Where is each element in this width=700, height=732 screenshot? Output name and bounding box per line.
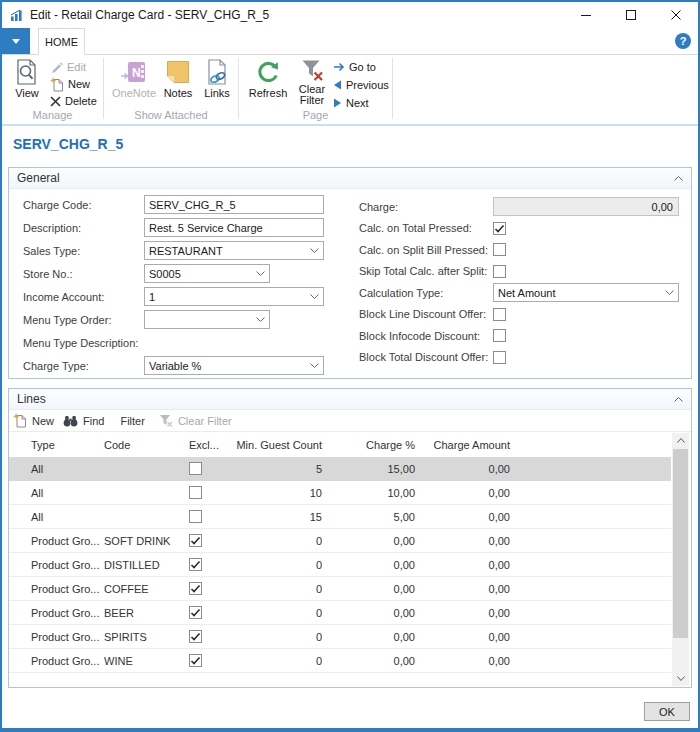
notes-button[interactable]: Notes <box>160 57 196 99</box>
scroll-down-icon[interactable] <box>672 671 689 686</box>
close-button[interactable] <box>653 2 698 28</box>
onenote-button[interactable]: N OneNote <box>110 57 158 99</box>
refresh-button[interactable]: Refresh <box>245 57 291 99</box>
block-infocode-discount-checkbox[interactable] <box>493 329 506 342</box>
column-header-type[interactable]: Type <box>9 439 104 451</box>
block-infocode-discount-row: Block Infocode Discount: <box>359 326 679 345</box>
general-fasttab-header[interactable]: General <box>9 168 691 189</box>
maximize-button[interactable] <box>608 2 653 28</box>
lines-clear-filter-button[interactable]: Clear Filter <box>159 414 232 427</box>
view-button[interactable]: View <box>8 57 46 99</box>
table-row[interactable]: Product Gro... BEER 0 0,00 0,00 <box>9 601 671 625</box>
lines-filter-button[interactable]: Filter <box>120 415 144 427</box>
scroll-up-icon[interactable] <box>672 433 689 448</box>
page-title: SERV_CHG_R_5 <box>13 136 123 152</box>
minimize-button[interactable] <box>563 2 608 28</box>
block-total-discount-label: Block Total Discount Offer: <box>359 351 493 363</box>
app-chart-icon <box>10 9 23 22</box>
excl-checkbox[interactable] <box>189 534 202 547</box>
column-header-charge-pct[interactable]: Charge % <box>322 439 415 451</box>
collapse-chevron-up-icon[interactable] <box>674 397 683 402</box>
sales-type-select[interactable]: RESTAURANT <box>144 241 324 260</box>
previous-button[interactable]: Previous <box>333 77 389 93</box>
excl-checkbox[interactable] <box>189 582 202 595</box>
store-no-value: S0005 <box>149 268 181 280</box>
table-row[interactable]: Product Gro... SOFT DRINK 0 0,00 0,00 <box>9 529 671 553</box>
income-account-value: 1 <box>149 291 155 303</box>
clear-filter-icon <box>300 57 324 83</box>
income-account-select[interactable]: 1 <box>144 287 324 306</box>
vertical-scrollbar[interactable] <box>672 433 689 686</box>
lines-table-header: Type Code Excl... Min. Guest Count Charg… <box>9 433 671 457</box>
table-row[interactable]: Product Gro... SPIRITS 0 0,00 0,00 <box>9 625 671 649</box>
charge-code-row: Charge Code: <box>23 195 324 214</box>
skip-total-calc-checkbox[interactable] <box>493 265 506 278</box>
calculation-type-select[interactable]: Net Amount <box>493 283 679 302</box>
next-label: Next <box>346 97 369 109</box>
next-triangle-icon <box>333 98 342 108</box>
table-row[interactable]: All 5 15,00 0,00 <box>9 457 671 481</box>
table-row[interactable]: All 10 10,00 0,00 <box>9 481 671 505</box>
menu-type-order-select[interactable] <box>144 310 270 329</box>
links-label: Links <box>204 88 230 99</box>
table-row[interactable]: All 15 5,00 0,00 <box>9 505 671 529</box>
help-button[interactable]: ? <box>675 33 691 49</box>
excl-checkbox[interactable] <box>189 558 202 571</box>
column-header-min-guest-count[interactable]: Min. Guest Count <box>229 439 322 451</box>
excl-checkbox[interactable] <box>189 510 202 523</box>
delete-x-icon <box>50 96 61 107</box>
collapse-chevron-up-icon[interactable] <box>674 176 683 181</box>
charge-field-disabled: 0,00 <box>493 197 679 216</box>
ok-button[interactable]: OK <box>644 702 690 721</box>
calculation-type-label: Calculation Type: <box>359 287 493 299</box>
notes-sticky-icon <box>166 57 190 87</box>
lines-new-button[interactable]: New <box>13 413 54 428</box>
general-fasttab: General Charge Code: Description: Sales … <box>8 167 692 379</box>
menu-type-order-row: Menu Type Order: <box>23 310 324 329</box>
skip-total-calc-label: Skip Total Calc. after Split: <box>359 265 493 277</box>
charge-type-row: Charge Type: Variable % <box>23 356 324 375</box>
income-account-row: Income Account: 1 <box>23 287 324 306</box>
table-row[interactable]: Product Gro... COFFEE 0 0,00 0,00 <box>9 577 671 601</box>
edit-button[interactable]: Edit <box>51 59 86 75</box>
calc-on-total-row: Calc. on Total Pressed: <box>359 219 679 238</box>
table-row[interactable]: Product Gro... DISTILLED 0 0,00 0,00 <box>9 553 671 577</box>
tab-home[interactable]: HOME <box>38 28 85 55</box>
excl-checkbox[interactable] <box>189 462 202 475</box>
lines-new-label: New <box>32 415 54 427</box>
refresh-icon <box>255 57 281 87</box>
application-menu-button[interactable] <box>2 28 30 54</box>
chevron-down-icon <box>12 39 20 44</box>
column-header-excl[interactable]: Excl... <box>189 439 229 451</box>
edit-retail-charge-card-window: Edit - Retail Charge Card - SERV_CHG_R_5… <box>0 0 700 732</box>
charge-type-select[interactable]: Variable % <box>144 356 324 375</box>
excl-checkbox[interactable] <box>189 630 202 643</box>
excl-checkbox[interactable] <box>189 486 202 499</box>
new-button[interactable]: New <box>50 76 90 92</box>
delete-button[interactable]: Delete <box>50 93 97 109</box>
lines-fasttab-header[interactable]: Lines <box>9 389 691 410</box>
group-label-page: Page <box>239 109 392 121</box>
titlebar: Edit - Retail Charge Card - SERV_CHG_R_5 <box>2 2 698 28</box>
scrollbar-thumb[interactable] <box>673 449 688 638</box>
previous-triangle-icon <box>333 80 342 90</box>
calc-on-total-checkbox[interactable] <box>493 222 506 235</box>
store-no-select[interactable]: S0005 <box>144 264 270 283</box>
block-line-discount-checkbox[interactable] <box>493 308 506 321</box>
excl-checkbox[interactable] <box>189 606 202 619</box>
block-total-discount-checkbox[interactable] <box>493 351 506 364</box>
lines-find-label: Find <box>83 415 104 427</box>
column-header-code[interactable]: Code <box>104 439 189 451</box>
lines-find-button[interactable]: Find <box>63 415 104 427</box>
block-total-discount-row: Block Total Discount Offer: <box>359 348 679 367</box>
excl-checkbox[interactable] <box>189 654 202 667</box>
description-field[interactable] <box>144 218 324 237</box>
charge-code-field[interactable] <box>144 195 324 214</box>
table-row[interactable]: Product Gro... WINE 0 0,00 0,00 <box>9 649 671 673</box>
clear-filter-button[interactable]: ClearFilter <box>292 57 332 106</box>
minimize-icon <box>581 10 591 20</box>
goto-button[interactable]: Go to <box>333 59 376 75</box>
column-header-charge-amount[interactable]: Charge Amount <box>415 439 510 451</box>
links-button[interactable]: Links <box>199 57 235 99</box>
calc-on-split-checkbox[interactable] <box>493 243 506 256</box>
